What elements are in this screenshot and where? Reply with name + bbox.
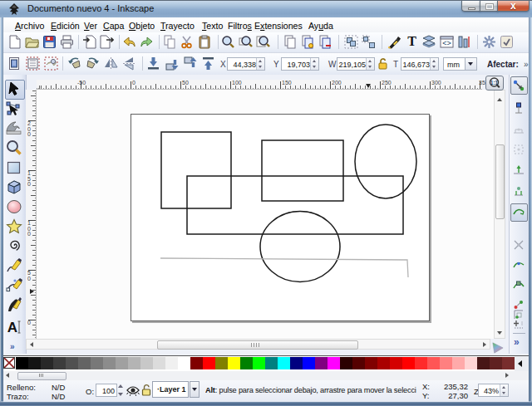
svg-text:A: A (7, 320, 17, 335)
svg-text:1:1: 1:1 (490, 80, 499, 86)
svg-text:<>: <> (442, 39, 451, 47)
svg-text:T: T (407, 34, 416, 48)
